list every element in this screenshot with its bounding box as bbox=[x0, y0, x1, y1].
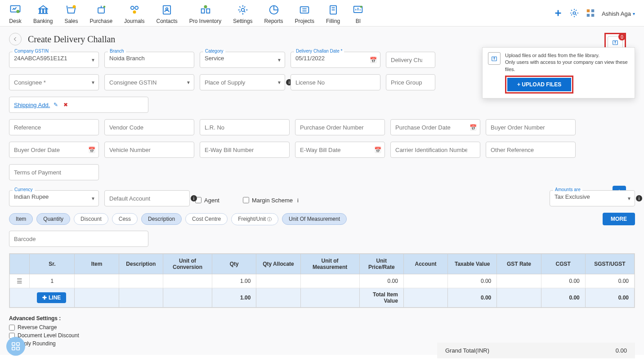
nav-purchase[interactable]: Purchase bbox=[89, 4, 112, 24]
svg-rect-15 bbox=[300, 7, 309, 13]
agent-checkbox[interactable]: Agent bbox=[195, 190, 219, 206]
table-header: Qty Allocate bbox=[256, 254, 300, 274]
nav-banking[interactable]: Banking bbox=[33, 4, 53, 24]
chevron-down-icon: ▼ bbox=[186, 80, 191, 85]
add-line-button[interactable]: ✚ LINE bbox=[37, 292, 66, 303]
calendar-icon[interactable]: 📅 bbox=[374, 147, 381, 153]
table-row[interactable]: ☰ 1 1.00 0.00 0.00 0.00 0.00 bbox=[10, 274, 635, 288]
table-header: Account bbox=[403, 254, 447, 274]
info-icon[interactable]: i bbox=[636, 195, 642, 201]
chevron-down-icon: ▼ bbox=[627, 196, 631, 201]
nav-journals[interactable]: Journals bbox=[124, 4, 144, 24]
svg-point-13 bbox=[241, 9, 244, 12]
buyer-order-date-input[interactable] bbox=[9, 142, 99, 158]
calendar-icon[interactable]: 📅 bbox=[370, 57, 377, 63]
consignee-select[interactable] bbox=[9, 74, 99, 90]
info-icon[interactable]: i bbox=[297, 197, 299, 204]
shipping-add-link[interactable]: Shipping Add. bbox=[14, 102, 50, 108]
currency-select[interactable]: Indian Rupee bbox=[9, 190, 99, 206]
margin-scheme-checkbox[interactable]: Margin Schemei bbox=[243, 190, 299, 206]
reference-input[interactable] bbox=[9, 119, 99, 135]
apps-grid-icon[interactable] bbox=[586, 8, 595, 19]
svg-rect-20 bbox=[587, 9, 590, 12]
category-select[interactable]: Service bbox=[200, 52, 285, 68]
license-no-input[interactable] bbox=[291, 74, 380, 90]
terms-of-payment-input[interactable] bbox=[9, 164, 99, 180]
floating-apps-button[interactable] bbox=[6, 337, 25, 355]
chip-quantity[interactable]: Quantity bbox=[36, 213, 70, 225]
vehicle-number-input[interactable] bbox=[104, 142, 194, 158]
nav-pro-inventory[interactable]: Pro Inventory bbox=[189, 4, 221, 24]
more-columns-button[interactable]: MORE bbox=[603, 213, 635, 225]
calendar-icon[interactable]: 📅 bbox=[88, 147, 95, 153]
consignee-gstin-select[interactable] bbox=[104, 74, 194, 90]
chip-freight/unit[interactable]: Freight/Unit ⓘ bbox=[231, 213, 278, 225]
user-menu[interactable]: Ashish Aga▾ bbox=[602, 10, 635, 17]
table-header: GST Rate bbox=[497, 254, 541, 274]
shipping-address-field[interactable]: Shipping Add. ✎ ✖ bbox=[9, 97, 148, 113]
grand-total-bar: Grand Total(INR) 0.00 bbox=[437, 343, 635, 355]
drag-handle-icon[interactable]: ☰ bbox=[17, 277, 22, 285]
default-account-select[interactable] bbox=[104, 190, 190, 206]
dc-number-input[interactable] bbox=[386, 52, 435, 68]
back-button[interactable] bbox=[9, 33, 22, 45]
table-header: CGST bbox=[541, 254, 585, 274]
advanced-settings: Advanced Settings : Reverse Charge Docum… bbox=[9, 315, 635, 347]
settings-icon[interactable] bbox=[569, 8, 579, 19]
other-reference-input[interactable] bbox=[486, 142, 576, 158]
add-icon[interactable] bbox=[553, 8, 563, 19]
table-footer: ✚ LINE 1.00 Total Item Value 0.00 0.00 0… bbox=[10, 288, 635, 308]
svg-rect-11 bbox=[206, 9, 210, 13]
po-number-input[interactable] bbox=[295, 119, 385, 135]
chip-item[interactable]: Item bbox=[9, 213, 33, 225]
amounts-are-select[interactable]: Tax Exclusive bbox=[550, 190, 635, 206]
table-header: Sr. bbox=[30, 254, 75, 274]
delete-icon[interactable]: ✖ bbox=[63, 102, 68, 108]
nav-reports[interactable]: Reports bbox=[264, 4, 283, 24]
nav-contacts[interactable]: Contacts bbox=[156, 4, 177, 24]
lr-no-input[interactable] bbox=[200, 119, 290, 135]
price-group-select[interactable] bbox=[386, 74, 435, 90]
chip-unit-of-measurement[interactable]: Unit Of Measurement bbox=[282, 213, 347, 225]
chip-cost-centre[interactable]: Cost Centre bbox=[185, 213, 228, 225]
upload-file-icon bbox=[488, 52, 501, 65]
nav-settings[interactable]: Settings bbox=[233, 4, 252, 24]
eway-bill-number-input[interactable] bbox=[200, 142, 290, 158]
branch-select[interactable]: Noida Branch bbox=[104, 52, 194, 68]
chip-cess[interactable]: Cess bbox=[112, 213, 138, 225]
svg-rect-21 bbox=[591, 9, 594, 12]
reverse-charge-checkbox[interactable]: Reverse Charge bbox=[9, 324, 635, 331]
buyer-order-number-input[interactable] bbox=[486, 119, 576, 135]
doc-level-discount-checkbox[interactable]: Document Level Discount bbox=[9, 332, 635, 339]
attachment-button[interactable]: 0 bbox=[608, 36, 623, 49]
nav-projects[interactable]: Projects bbox=[295, 4, 314, 24]
svg-point-5 bbox=[131, 6, 134, 9]
calendar-icon[interactable]: 📅 bbox=[470, 124, 477, 131]
po-date-input[interactable] bbox=[390, 119, 480, 135]
upload-files-button[interactable]: + UPLOAD FILES bbox=[507, 78, 571, 91]
chevron-down-icon: ▾ bbox=[633, 11, 635, 16]
upload-popover: Upload files or add files from the file … bbox=[482, 47, 635, 98]
company-gstin-select[interactable]: 24AABCA5951E1Z1 bbox=[9, 52, 99, 68]
barcode-input[interactable] bbox=[9, 231, 148, 247]
edit-icon[interactable]: ✎ bbox=[54, 102, 58, 108]
nav-bi[interactable]: BI bbox=[352, 4, 364, 24]
eway-bill-date-input[interactable] bbox=[295, 142, 385, 158]
page-title: Create Delivery Challan bbox=[28, 34, 115, 45]
vendor-code-input[interactable] bbox=[104, 119, 194, 135]
chip-discount[interactable]: Discount bbox=[74, 213, 108, 225]
svg-point-1 bbox=[16, 10, 19, 13]
carrier-id-input[interactable] bbox=[390, 142, 480, 158]
svg-point-18 bbox=[360, 6, 362, 8]
chip-description[interactable]: Description bbox=[141, 213, 182, 225]
info-icon[interactable]: i bbox=[191, 195, 197, 201]
nav-filling[interactable]: Filling bbox=[326, 4, 340, 24]
svg-rect-28 bbox=[17, 343, 19, 345]
table-header: Item bbox=[75, 254, 119, 274]
place-of-supply-select[interactable] bbox=[200, 74, 285, 90]
svg-point-9 bbox=[166, 8, 168, 10]
nav-sales[interactable]: Sales bbox=[64, 4, 78, 24]
dc-date-input[interactable]: 05/11/2022 bbox=[291, 52, 380, 68]
nav-desk[interactable]: Desk bbox=[9, 4, 22, 24]
svg-rect-30 bbox=[17, 347, 19, 350]
